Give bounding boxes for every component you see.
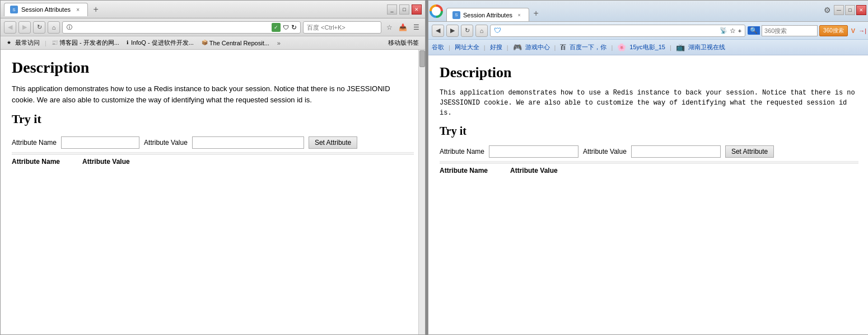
right-minimize-btn[interactable]: —: [834, 5, 844, 15]
right-attr-value-label: Attribute Value: [583, 148, 627, 155]
right-tab-close[interactable]: ×: [515, 11, 523, 19]
right-toolbar-urls[interactable]: 网址大全: [455, 43, 479, 51]
left-table-col2: Attribute Value: [82, 158, 130, 166]
right-toolbar-movies[interactable]: 15yc电影_15: [629, 43, 665, 51]
left-shield-2: 🛡: [283, 24, 289, 31]
right-star-icon[interactable]: ☆: [730, 27, 736, 35]
right-tv-icon-2: 📺: [676, 43, 685, 51]
left-address-bar[interactable]: ⓘ localhost:8080/spring-session/ ✓ 🛡 ↻: [62, 21, 301, 34]
left-scrollbar-thumb[interactable]: [419, 50, 425, 67]
left-set-attribute-btn[interactable]: Set Attribute: [309, 136, 357, 149]
right-search-btn[interactable]: 360搜索: [819, 25, 848, 36]
left-description-heading: Description: [12, 59, 414, 77]
right-refresh-btn[interactable]: ↻: [461, 25, 473, 37]
left-title-bar: S Session Attributes × + _ □ ✕: [1, 1, 425, 18]
left-bookmark-3[interactable]: 📦 The Central Reposit...: [199, 39, 272, 47]
left-search-bar[interactable]: [303, 21, 381, 34]
right-sep-5: |: [611, 44, 613, 51]
right-attr-value-input[interactable]: [631, 145, 721, 158]
left-form-row: Attribute Name Attribute Value Set Attri…: [12, 133, 414, 153]
left-attr-name-input[interactable]: [61, 136, 139, 149]
right-sep-4: |: [554, 44, 556, 51]
right-vip-icon[interactable]: V: [851, 27, 855, 34]
right-toolbar-baidu[interactable]: 百度一下，你: [570, 43, 606, 51]
left-scrollbar[interactable]: [418, 50, 425, 334]
right-set-attribute-btn[interactable]: Set Attribute: [725, 145, 774, 158]
right-try-it-heading: Try it: [440, 125, 858, 138]
right-toolbar-tv[interactable]: 湖南卫视在线: [688, 43, 725, 51]
right-sep-1: |: [449, 44, 450, 51]
right-title-bar: S Session Attributes × + ⚙ — □ ✕: [428, 1, 868, 22]
left-bk3-icon: 📦: [202, 40, 208, 46]
right-minimize-area-icon[interactable]: ⚙: [822, 4, 833, 16]
left-bk3-label: The Central Reposit...: [209, 40, 269, 46]
left-address-refresh[interactable]: ↻: [291, 23, 297, 31]
left-bookmark-1[interactable]: 📰 博客园 - 开发者的网...: [49, 38, 122, 48]
left-star-icon[interactable]: ☆: [384, 22, 395, 33]
right-toolbar-search[interactable]: 好搜: [490, 43, 502, 51]
left-bookmark-icon[interactable]: 📥: [397, 22, 408, 33]
left-active-tab[interactable]: S Session Attributes ×: [4, 3, 88, 16]
left-new-tab-btn[interactable]: +: [89, 3, 102, 16]
right-baidu-icon: 百: [560, 43, 566, 51]
right-table-header: Attribute Name Attribute Value: [440, 163, 858, 178]
right-toolbar: 谷歌 | 网址大全 | 好搜 | 🎮 游戏中心 | 百 百度一下，你 | 🌸 1…: [428, 40, 868, 55]
left-refresh-btn[interactable]: ↻: [33, 21, 45, 34]
right-url-input[interactable]: localhost:8080/spring-session/: [505, 27, 717, 34]
left-bookmark-2[interactable]: ℹ InfoQ - 促进软件开发...: [124, 38, 197, 48]
right-try-it-section: Try it Attribute Name Attribute Value Se…: [440, 125, 858, 178]
right-description-heading: Description: [440, 64, 858, 81]
left-url-input[interactable]: localhost:8080/spring-session/: [75, 24, 269, 31]
right-logout-icon[interactable]: →|: [858, 27, 866, 34]
right-new-tab-btn[interactable]: +: [529, 7, 543, 20]
left-minimize-btn[interactable]: _: [387, 4, 397, 15]
right-nav-bar: ◀ ▶ ↻ ⌂ 🛡 localhost:8080/spring-session/…: [428, 22, 868, 40]
right-game-icon: 🎮: [513, 43, 522, 51]
right-close-btn[interactable]: ✕: [856, 5, 866, 15]
left-home-btn[interactable]: ⌂: [48, 21, 60, 34]
right-address-bar[interactable]: 🛡 localhost:8080/spring-session/ 📡 ☆ +: [490, 25, 745, 37]
right-tab-favicon: S: [452, 11, 460, 19]
right-search-bar: 🔍 360搜索: [748, 25, 848, 36]
right-forward-btn[interactable]: ▶: [446, 25, 459, 37]
right-form-row: Attribute Name Attribute Value Set Attri…: [440, 142, 858, 162]
left-bookmark-more[interactable]: »: [275, 39, 283, 47]
left-tab-close[interactable]: ×: [74, 6, 82, 13]
right-addtab-icon[interactable]: +: [738, 27, 741, 34]
right-back-btn[interactable]: ◀: [432, 25, 444, 37]
left-bookmarks-bar: ★ 最常访问 | 📰 博客园 - 开发者的网... ℹ InfoQ - 促进软件…: [1, 36, 425, 50]
left-settings-icon[interactable]: ☰: [410, 22, 422, 33]
right-sep-2: |: [484, 44, 486, 51]
left-bk2-label: InfoQ - 促进软件开发...: [131, 39, 194, 47]
left-try-it-heading: Try it: [12, 112, 414, 126]
left-back-btn[interactable]: ◀: [4, 21, 16, 34]
right-tab-label: Session Attributes: [463, 12, 512, 18]
left-tab-label: Session Attributes: [21, 6, 71, 13]
left-bookmark-frequent[interactable]: ★ 最常访问: [4, 38, 43, 48]
right-toolbar-games[interactable]: 游戏中心: [525, 43, 550, 51]
right-browser-logo: [428, 3, 444, 19]
right-attr-name-input[interactable]: [489, 145, 578, 158]
right-home-btn[interactable]: ⌂: [475, 25, 488, 37]
left-page-content: Description This application demonstrate…: [1, 50, 425, 334]
right-maximize-btn[interactable]: □: [845, 5, 855, 15]
left-attr-value-input[interactable]: [192, 136, 304, 149]
left-forward-btn[interactable]: ▶: [18, 21, 31, 34]
right-win-controls: ⚙ — □ ✕: [822, 1, 866, 21]
left-close-btn[interactable]: ✕: [412, 4, 422, 15]
left-mobile-bookmarks[interactable]: 移动版书签: [385, 38, 422, 48]
left-win-controls: _ □ ✕: [387, 4, 422, 15]
right-sep-3: |: [507, 44, 508, 51]
right-flower-icon: 🌸: [617, 43, 626, 51]
left-maximize-btn[interactable]: □: [399, 4, 409, 15]
left-bookmark-frequent-label: 最常访问: [15, 39, 40, 47]
left-table-header: Attribute Name Attribute Value: [12, 154, 414, 169]
left-tab-area: S Session Attributes × +: [4, 3, 102, 16]
right-search-input[interactable]: [762, 25, 818, 36]
right-table-col1: Attribute Name: [440, 167, 488, 174]
right-active-tab[interactable]: S Session Attributes ×: [446, 8, 529, 21]
right-tab-area: S Session Attributes × +: [446, 1, 822, 21]
left-search-input[interactable]: [307, 24, 377, 31]
right-toolbar-google[interactable]: 谷歌: [432, 43, 444, 51]
right-360-shield: 🛡: [494, 26, 501, 35]
